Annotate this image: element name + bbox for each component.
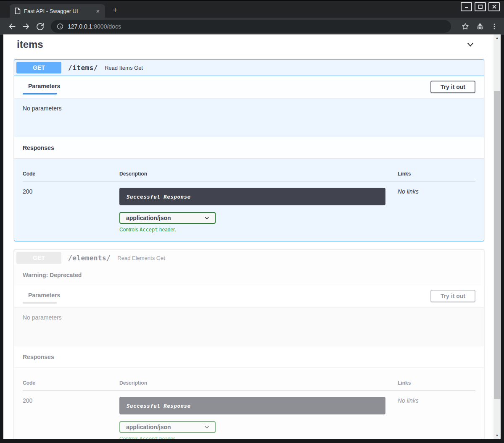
page-file-icon: [15, 8, 21, 14]
close-button[interactable]: [488, 2, 500, 11]
responses-body: Code Description Links 200 Successful Re…: [14, 158, 484, 241]
parameters-header: Parameters Try it out: [14, 285, 484, 307]
select-chevron-down-icon: [204, 424, 210, 430]
incognito-icon[interactable]: [475, 22, 485, 31]
browser-chrome: Fast API - Swagger UI × +: [0, 0, 504, 34]
page-scrollbar[interactable]: ▲ ▼: [493, 34, 501, 439]
scrollbar-up-icon[interactable]: ▲: [493, 35, 501, 41]
column-header-description: Description: [119, 372, 398, 391]
site-info-icon[interactable]: [57, 23, 63, 30]
media-type-select[interactable]: application/json: [119, 421, 216, 433]
tab-title: Fast API - Swagger UI: [24, 8, 94, 14]
responses-title: Responses: [23, 144, 54, 151]
tab-close-icon[interactable]: ×: [94, 7, 102, 15]
method-badge: GET: [16, 252, 61, 264]
try-it-out-button[interactable]: Try it out: [430, 81, 475, 93]
response-description-box: Successful Response: [119, 188, 385, 205]
new-tab-button[interactable]: +: [109, 4, 121, 16]
response-description-text: Successful Response: [127, 403, 191, 409]
try-it-out-button[interactable]: Try it out: [430, 290, 475, 302]
browser-toolbar: 127.0.0.1:8000/docs: [0, 18, 504, 35]
scrollbar-thumb[interactable]: [494, 91, 500, 399]
parameters-tab-label: Parameters: [23, 83, 66, 93]
select-chevron-down-icon: [204, 215, 210, 221]
responses-title: Responses: [23, 354, 54, 360]
no-parameters-text: No parameters: [23, 314, 62, 321]
no-links-text: No links: [398, 397, 419, 404]
response-row-200: 200 Successful Response application/json: [23, 391, 475, 439]
url-text: 127.0.0.1:8000/docs: [68, 23, 121, 30]
tab-strip: Fast API - Swagger UI × +: [0, 1, 504, 18]
responses-header: Responses: [14, 346, 484, 367]
collapse-chevron-icon[interactable]: [466, 40, 475, 49]
back-icon[interactable]: [6, 20, 18, 33]
responses-table: Code Description Links 200 Successful Re…: [23, 372, 475, 439]
minimize-button[interactable]: [461, 2, 472, 11]
responses-header: Responses: [14, 137, 484, 158]
forward-icon[interactable]: [20, 20, 32, 33]
operation-summary: Read Elements Get: [115, 255, 165, 261]
no-parameters-text: No parameters: [23, 105, 62, 112]
bookmark-star-icon[interactable]: [461, 22, 470, 31]
tag-title: items: [17, 39, 43, 50]
scrollbar-down-icon[interactable]: ▼: [493, 433, 501, 438]
column-header-links: Links: [398, 163, 475, 181]
browser-tab[interactable]: Fast API - Swagger UI ×: [10, 4, 105, 18]
operation-path: /items/: [61, 64, 102, 72]
browser-menu-icon[interactable]: [491, 23, 498, 30]
parameters-tab-label: Parameters: [23, 292, 66, 302]
parameters-body: No parameters: [14, 307, 484, 346]
response-code: 200: [23, 188, 32, 195]
response-row-200: 200 Successful Response application/json: [23, 181, 475, 233]
window-controls: [461, 2, 500, 11]
opblock-summary[interactable]: GET /elements/ Read Elements Get: [14, 250, 484, 266]
tag-section-header[interactable]: items: [3, 34, 493, 50]
operation-path: /elements/: [61, 254, 115, 262]
method-badge: GET: [16, 62, 61, 73]
url-path: :8000/docs: [92, 23, 121, 30]
operation-summary: Read Items Get: [102, 65, 143, 71]
column-header-code: Code: [23, 372, 119, 391]
deprecated-warning: Warning: Deprecated: [14, 266, 484, 285]
responses-table: Code Description Links 200 Successful Re…: [23, 163, 475, 233]
url-host: 127.0.0.1: [68, 23, 92, 30]
page-viewport: items GET /items/ Read Items Get Paramet…: [3, 34, 501, 439]
column-header-description: Description: [119, 163, 398, 181]
response-description-text: Successful Response: [127, 194, 191, 200]
opblock-get-elements-deprecated: GET /elements/ Read Elements Get Warning…: [14, 249, 484, 439]
tab-parameters[interactable]: Parameters: [23, 83, 66, 94]
responses-body: Code Description Links 200 Successful Re…: [14, 367, 484, 439]
parameters-header: Parameters Try it out: [14, 76, 484, 98]
column-header-code: Code: [23, 163, 119, 181]
opblock-summary[interactable]: GET /items/ Read Items Get: [14, 60, 484, 76]
column-header-links: Links: [398, 372, 475, 391]
media-type-value: application/json: [126, 215, 171, 221]
media-type-select[interactable]: application/json: [119, 212, 216, 224]
parameters-tab-underline: [23, 93, 57, 94]
swagger-ui: items GET /items/ Read Items Get Paramet…: [3, 34, 493, 439]
tag-divider: [17, 54, 486, 54]
accept-header-note: Controls Accept header.: [119, 436, 398, 439]
tab-parameters[interactable]: Parameters: [23, 292, 66, 304]
response-description-box: Successful Response: [119, 397, 385, 414]
parameters-tab-underline: [23, 302, 57, 304]
accept-header-note: Controls Accept header.: [119, 227, 398, 233]
reload-icon[interactable]: [34, 20, 46, 33]
opblock-get-items: GET /items/ Read Items Get Parameters Tr…: [14, 59, 484, 241]
toolbar-right: [461, 22, 498, 31]
response-code: 200: [23, 397, 32, 404]
media-type-value: application/json: [126, 424, 171, 430]
url-bar[interactable]: 127.0.0.1:8000/docs: [51, 20, 451, 33]
no-links-text: No links: [398, 188, 419, 195]
maximize-button[interactable]: [475, 2, 486, 11]
parameters-body: No parameters: [14, 98, 484, 137]
